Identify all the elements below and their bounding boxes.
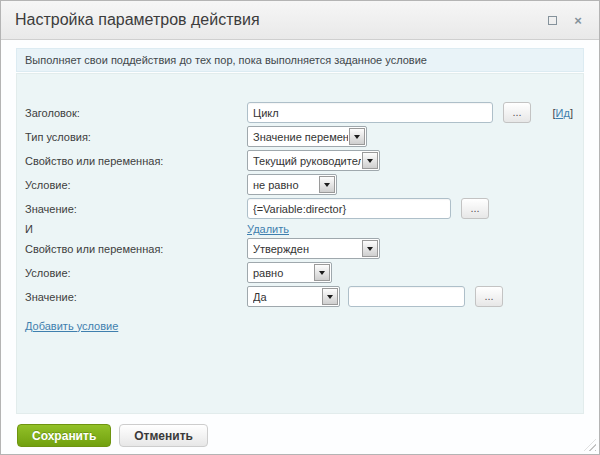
add-condition-link[interactable]: Добавить условие	[25, 320, 118, 332]
id-link-text: Ид	[556, 107, 570, 119]
title-more-button[interactable]: ...	[503, 102, 531, 123]
resize-grip[interactable]	[584, 439, 596, 451]
dialog-title: Настройка параметров действия	[15, 11, 260, 29]
action-description: Выполняет свои поддействия до тех пор, п…	[16, 48, 584, 72]
delete-condition-link[interactable]: Удалить	[247, 223, 289, 235]
operator-select-1-value: не равно	[253, 179, 318, 191]
value-label-2: Значение:	[25, 291, 247, 303]
save-button[interactable]: Сохранить	[17, 424, 111, 447]
window-controls: ×	[545, 13, 585, 27]
maximize-button[interactable]	[545, 13, 559, 27]
property-select-2-value: Утвержден	[253, 243, 361, 255]
value-row-2: Значение: Да ...	[25, 286, 575, 307]
id-link[interactable]: [Ид]	[553, 107, 573, 119]
and-label: И	[25, 223, 247, 235]
operator-row-1: Условие: не равно	[25, 174, 575, 195]
chevron-down-icon	[322, 288, 338, 305]
value-more-button-1[interactable]: ...	[461, 198, 489, 219]
cancel-button[interactable]: Отменить	[119, 424, 208, 447]
dialog-footer: Сохранить Отменить	[17, 424, 208, 447]
operator-label-2: Условие:	[25, 267, 247, 279]
value-row-1: Значение: ...	[25, 198, 575, 219]
operator-select-2[interactable]: равно	[247, 262, 332, 283]
dialog-titlebar: Настройка параметров действия ×	[1, 1, 599, 40]
value-select-2[interactable]: Да	[247, 286, 340, 307]
property-select-1-value: Текущий руководитель	[253, 155, 361, 167]
value-label-1: Значение:	[25, 203, 247, 215]
value-input-2[interactable]	[348, 286, 465, 307]
property-row-1: Свойство или переменная: Текущий руковод…	[25, 150, 575, 171]
property-row-2: Свойство или переменная: Утвержден	[25, 238, 575, 259]
and-row: И Удалить	[25, 222, 575, 236]
condition-type-row: Тип условия: Значение переменной	[25, 126, 575, 147]
operator-label-1: Условие:	[25, 179, 247, 191]
condition-type-select[interactable]: Значение переменной	[247, 126, 367, 147]
value-select-2-value: Да	[253, 291, 321, 303]
add-condition-row: Добавить условие	[25, 315, 575, 336]
chevron-down-icon	[349, 128, 365, 145]
title-row: Заголовок: ... [Ид]	[25, 102, 575, 123]
title-label: Заголовок:	[25, 107, 247, 119]
operator-select-1[interactable]: не равно	[247, 174, 337, 195]
chevron-down-icon	[314, 264, 330, 281]
condition-type-label: Тип условия:	[25, 131, 247, 143]
operator-row-2: Условие: равно	[25, 262, 575, 283]
parameters-panel: Заголовок: ... [Ид] Тип условия: Значени…	[16, 73, 584, 414]
chevron-down-icon	[362, 240, 378, 257]
chevron-down-icon	[362, 152, 378, 169]
property-select-2[interactable]: Утвержден	[247, 238, 380, 259]
maximize-icon	[548, 16, 557, 25]
property-label-1: Свойство или переменная:	[25, 155, 247, 167]
condition-type-select-value: Значение переменной	[253, 131, 348, 143]
dialog-window: Настройка параметров действия × Выполняе…	[0, 0, 600, 455]
chevron-down-icon	[319, 176, 335, 193]
title-input[interactable]	[247, 102, 493, 123]
property-label-2: Свойство или переменная:	[25, 243, 247, 255]
value-input-1[interactable]	[247, 198, 451, 219]
close-button[interactable]: ×	[571, 13, 585, 27]
id-link-close-bracket: ]	[570, 107, 573, 119]
property-select-1[interactable]: Текущий руководитель	[247, 150, 380, 171]
value-more-button-2[interactable]: ...	[475, 286, 503, 307]
operator-select-2-value: равно	[253, 267, 313, 279]
close-icon: ×	[574, 14, 582, 27]
